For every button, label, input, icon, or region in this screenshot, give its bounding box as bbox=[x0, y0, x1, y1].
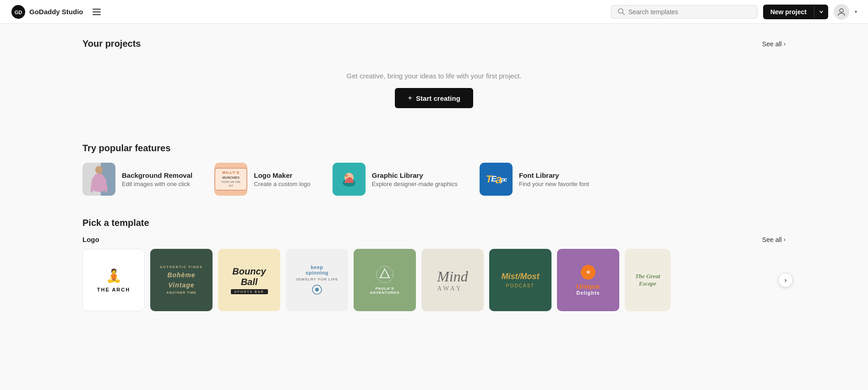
chevron-down-icon bbox=[819, 10, 824, 14]
template-card-bouncy[interactable]: Bouncy Ball SPORTS BAR bbox=[218, 249, 280, 311]
svg-point-5 bbox=[95, 166, 103, 174]
graphic-library-info: Graphic Library Explore designer-made gr… bbox=[372, 171, 458, 187]
header-left: GD GoDaddy Studio bbox=[11, 5, 103, 19]
search-bar[interactable] bbox=[611, 5, 758, 19]
logo[interactable]: GD GoDaddy Studio bbox=[11, 5, 83, 19]
templates-scroll-right-button[interactable]: › bbox=[778, 273, 793, 287]
user-icon bbox=[837, 8, 846, 16]
templates-scroll: 🧘 THE ARCH AUTHENTIC FINDS Bohème Vintag… bbox=[82, 249, 786, 311]
template-card-mind[interactable]: Mind AWAY bbox=[421, 249, 484, 311]
logo-maker-name: Logo Maker bbox=[254, 171, 311, 179]
template-card-paula[interactable]: PAULA'S ADVENTURES bbox=[354, 249, 416, 311]
header: GD GoDaddy Studio New project bbox=[0, 0, 868, 24]
plus-icon: + bbox=[408, 93, 412, 103]
mist-label: Mist/Most PODCAST bbox=[497, 267, 544, 293]
features-title: Try popular features bbox=[82, 143, 786, 154]
template-card-arch[interactable]: 🧘 THE ARCH bbox=[82, 249, 145, 311]
logo-maker-inner-text: MILLY'S MUNCHIES FOOD ON THE GO bbox=[214, 168, 247, 190]
new-project-label: New project bbox=[763, 5, 814, 19]
escape-label: The Great Escape bbox=[632, 269, 664, 291]
arch-icon: 🧘 bbox=[106, 268, 122, 283]
graphic-library-illustration bbox=[335, 165, 363, 193]
background-removal-desc: Edit images with one click bbox=[122, 181, 192, 187]
logo-text: GoDaddy Studio bbox=[29, 8, 83, 16]
font-library-name: Font Library bbox=[519, 171, 589, 179]
unique-label: ☀ Unique Delights bbox=[572, 260, 604, 300]
graphic-library-desc: Explore designer-made graphics bbox=[372, 181, 458, 187]
font-library-desc: Find your new favorite font bbox=[519, 181, 589, 187]
projects-empty-state: Get creative, bring your ideas to life w… bbox=[82, 58, 786, 126]
font-library-info: Font Library Find your new favorite font bbox=[519, 171, 589, 187]
mind-label: Mind AWAY bbox=[433, 264, 472, 296]
popular-features-section: Try popular features Background Removal … bbox=[82, 143, 786, 196]
paula-label: PAULA'S ADVENTURES bbox=[365, 261, 404, 299]
main-content: Your projects See all › Get creative, br… bbox=[0, 24, 868, 390]
background-removal-info: Background Removal Edit images with one … bbox=[122, 171, 192, 187]
graphic-library-thumb bbox=[333, 163, 366, 196]
projects-see-all-chevron: › bbox=[784, 40, 786, 47]
new-project-button[interactable]: New project bbox=[763, 5, 828, 19]
projects-title: Your projects bbox=[82, 38, 141, 49]
template-card-mist[interactable]: Mist/Most PODCAST bbox=[489, 249, 551, 311]
template-card-boheme[interactable]: AUTHENTIC FINDS Bohème Vintage ANOTHER T… bbox=[150, 249, 213, 311]
header-right: New project ▾ bbox=[611, 4, 857, 20]
feature-font-library[interactable]: T E a pc Font Library Find your new favo… bbox=[480, 163, 589, 196]
keep-spinning-logo-icon bbox=[311, 284, 322, 295]
start-creating-button[interactable]: + Start creating bbox=[395, 88, 473, 108]
templates-see-all-chevron: › bbox=[784, 236, 786, 243]
hamburger-menu[interactable] bbox=[91, 7, 103, 17]
templates-see-all[interactable]: See all › bbox=[762, 236, 786, 243]
projects-section-header: Your projects See all › bbox=[82, 38, 786, 49]
feature-logo-maker[interactable]: MILLY'S MUNCHIES FOOD ON THE GO Logo Mak… bbox=[214, 163, 311, 196]
logo-maker-desc: Create a custom logo bbox=[254, 181, 311, 187]
svg-text:GD: GD bbox=[15, 10, 22, 15]
feature-background-removal[interactable]: Background Removal Edit images with one … bbox=[82, 163, 192, 196]
projects-empty-message: Get creative, bring your ideas to life w… bbox=[347, 72, 522, 80]
pick-template-section: Pick a template Logo See all › 🧘 THE ARC… bbox=[82, 218, 786, 311]
logo-maker-thumb: MILLY'S MUNCHIES FOOD ON THE GO bbox=[214, 163, 247, 196]
logo-maker-info: Logo Maker Create a custom logo bbox=[254, 171, 311, 187]
bouncy-label: Bouncy Ball SPORTS BAR bbox=[227, 263, 272, 298]
feature-graphic-library[interactable]: Graphic Library Explore designer-made gr… bbox=[333, 163, 458, 196]
projects-see-all-label: See all bbox=[762, 40, 782, 48]
mountain-icon bbox=[371, 265, 399, 284]
svg-point-9 bbox=[345, 174, 348, 177]
templates-row: 🧘 THE ARCH AUTHENTIC FINDS Bohème Vintag… bbox=[82, 249, 786, 311]
template-card-unique[interactable]: ☀ Unique Delights bbox=[557, 249, 619, 311]
background-removal-thumb bbox=[82, 163, 115, 196]
font-library-text4: pc bbox=[501, 176, 506, 183]
new-project-chevron[interactable] bbox=[814, 6, 828, 18]
svg-point-4 bbox=[840, 9, 843, 12]
person-silhouette-icon bbox=[91, 165, 107, 193]
templates-title: Pick a template bbox=[82, 218, 786, 228]
projects-see-all[interactable]: See all › bbox=[762, 40, 786, 48]
your-projects-section: Your projects See all › Get creative, br… bbox=[82, 38, 786, 126]
font-library-text: T bbox=[486, 173, 491, 185]
background-removal-name: Background Removal bbox=[122, 171, 192, 179]
font-library-thumb: T E a pc bbox=[480, 163, 513, 196]
features-grid: Background Removal Edit images with one … bbox=[82, 163, 786, 196]
font-library-text3: a bbox=[496, 172, 501, 187]
svg-point-11 bbox=[315, 288, 319, 291]
header-user-chevron[interactable]: ▾ bbox=[855, 9, 857, 14]
svg-line-3 bbox=[622, 13, 624, 15]
boheme-label: AUTHENTIC FINDS Bohème Vintage ANOTHER T… bbox=[150, 261, 213, 299]
font-library-text2: E bbox=[491, 175, 495, 184]
search-icon bbox=[618, 8, 625, 15]
templates-category-label: Logo bbox=[82, 236, 99, 243]
template-card-escape[interactable]: The Great Escape bbox=[625, 249, 671, 311]
search-input[interactable] bbox=[628, 8, 751, 16]
start-creating-label: Start creating bbox=[416, 94, 460, 102]
avatar-button[interactable] bbox=[834, 4, 849, 20]
arch-label: THE ARCH bbox=[97, 287, 130, 292]
templates-category-header: Logo See all › bbox=[82, 236, 786, 243]
godaddy-logo-icon: GD bbox=[11, 5, 26, 19]
templates-see-all-label: See all bbox=[762, 236, 782, 243]
keep-label: keep spinning JEWELRY FOR LIFE bbox=[290, 259, 344, 302]
graphic-library-name: Graphic Library bbox=[372, 171, 458, 179]
template-card-keep[interactable]: keep spinning JEWELRY FOR LIFE bbox=[286, 249, 348, 311]
